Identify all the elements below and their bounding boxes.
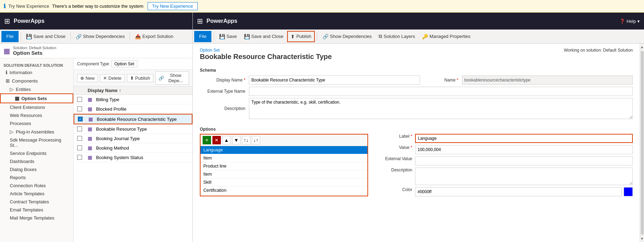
- option-item-item1[interactable]: Item: [201, 154, 367, 162]
- scroll-thumb[interactable]: [641, 51, 644, 235]
- display-name-header[interactable]: Display Name ↑: [88, 88, 189, 93]
- sort-desc-button[interactable]: ↓↑: [252, 136, 260, 144]
- right-solution-layers-button[interactable]: ⧉ Solution Layers: [375, 31, 418, 42]
- option-item-skill[interactable]: Skill: [201, 178, 367, 187]
- sort-icon[interactable]: ↑: [119, 88, 121, 93]
- sidebar-item-article-templates[interactable]: Article Templates: [0, 190, 73, 198]
- right-show-deps-button[interactable]: 🔗 Show Dependencies: [319, 31, 375, 42]
- solution-header: ▦ Solution: Default Solution Option Sets: [0, 44, 192, 58]
- right-form: Option Set Bookable Resource Characteris…: [193, 44, 640, 242]
- external-type-input[interactable]: [249, 87, 633, 96]
- form-breadcrumb[interactable]: Option Set: [200, 48, 332, 53]
- processes-label: Processes: [10, 121, 31, 126]
- email-templates-label: Email Templates: [10, 207, 43, 212]
- row-checkbox[interactable]: [77, 136, 82, 141]
- row-checkbox[interactable]: [77, 145, 82, 150]
- left-file-button[interactable]: File: [1, 31, 19, 42]
- list-item[interactable]: ▦ Billing Type: [74, 95, 192, 104]
- sidebar-item-client-extensions[interactable]: Client Extensions: [0, 103, 73, 111]
- row-checkbox[interactable]: [77, 106, 82, 111]
- display-name-input[interactable]: [249, 76, 420, 85]
- sidebar-item-contract-templates[interactable]: Contract Templates: [0, 198, 73, 206]
- left-list-area: Component Type Option Set ⊕ New ✕ Delete…: [74, 58, 192, 242]
- sidebar-option-sets-label: Option Sets: [21, 96, 47, 101]
- left-export-button[interactable]: 📤 Export Solution: [132, 31, 176, 42]
- right-managed-props-button[interactable]: 🔑 Managed Properties: [419, 31, 474, 42]
- move-down-button[interactable]: ▼: [232, 136, 240, 144]
- sidebar-item-sdk-message[interactable]: Sdk Message Processing St...: [0, 136, 73, 149]
- sidebar-item-plugin-assemblies[interactable]: ▷ Plug-in Assemblies: [0, 127, 73, 136]
- option-item-certification[interactable]: Certification: [201, 187, 367, 195]
- option-item-item2[interactable]: Item: [201, 170, 367, 178]
- option-value-input[interactable]: [415, 145, 633, 154]
- remove-option-button[interactable]: ✕: [212, 136, 221, 144]
- help-icon: ❓: [619, 19, 625, 24]
- sidebar-item-entities[interactable]: ▷ Entities: [0, 85, 73, 93]
- delete-icon: ✕: [103, 76, 107, 81]
- row-icon: ▦: [88, 116, 97, 122]
- right-waffle-icon[interactable]: ⊞: [197, 17, 203, 25]
- add-option-button[interactable]: +: [203, 136, 211, 144]
- list-item[interactable]: ▦ Booking Method: [74, 143, 192, 153]
- row-checkbox[interactable]: [77, 126, 82, 131]
- sidebar-item-information[interactable]: ℹ Information: [0, 68, 73, 77]
- list-item[interactable]: ▦ Booking System Status: [74, 153, 192, 162]
- move-up-button[interactable]: ▲: [222, 136, 231, 144]
- option-description-textarea[interactable]: [415, 168, 633, 185]
- sidebar-item-dialog-boxes[interactable]: Dialog Boxes: [0, 165, 73, 174]
- right-save-close-button[interactable]: 💾 Save and Close: [241, 31, 287, 42]
- list-delete-button[interactable]: ✕ Delete: [100, 74, 125, 82]
- sidebar-item-reports[interactable]: Reports: [0, 174, 73, 182]
- option-value-label: Value: [374, 145, 412, 150]
- right-publish-button[interactable]: ⬆ Publish: [287, 31, 315, 42]
- external-type-label: External Type Name: [200, 89, 245, 94]
- right-save-button[interactable]: 💾 Save: [216, 31, 240, 42]
- sidebar-item-processes[interactable]: Processes: [0, 119, 73, 127]
- sidebar-item-dashboards[interactable]: Dashboards: [0, 157, 73, 165]
- description-textarea[interactable]: Type of the characteristic, e.g. skill, …: [249, 98, 633, 119]
- publish-icon: ⬆: [130, 76, 134, 81]
- sidebar-item-mail-merge[interactable]: Mail Merge Templates: [0, 214, 73, 222]
- help-button[interactable]: ❓ Help ▾: [619, 19, 640, 24]
- right-file-button[interactable]: File: [194, 31, 211, 42]
- try-new-experience-button[interactable]: Try New Experience: [148, 2, 198, 10]
- color-input[interactable]: [415, 187, 622, 196]
- list-show-deps-button[interactable]: 🔗 Show Depe...: [155, 71, 189, 85]
- contract-templates-label: Contract Templates: [10, 199, 49, 204]
- show-deps-icon: 🔗: [76, 34, 82, 39]
- list-new-button[interactable]: ⊕ New: [77, 74, 98, 82]
- separator-2: [70, 32, 71, 41]
- sidebar-item-service-endpoints[interactable]: Service Endpoints: [0, 149, 73, 157]
- option-label-input[interactable]: [415, 134, 633, 143]
- list-publish-button[interactable]: ⬆ Publish: [127, 74, 154, 82]
- name-input[interactable]: [462, 76, 633, 85]
- managed-props-icon: 🔑: [422, 34, 428, 39]
- row-checkbox[interactable]: [77, 97, 82, 102]
- article-templates-label: Article Templates: [10, 191, 45, 196]
- checkbox-header: [77, 88, 88, 93]
- scroll-up-arrow[interactable]: ▲: [640, 44, 644, 50]
- list-item[interactable]: ▦ Blocked Profile: [74, 104, 192, 114]
- external-value-input[interactable]: [415, 156, 633, 165]
- right-sep-2: [317, 32, 317, 41]
- sidebar-item-option-sets[interactable]: ▦ Option Sets: [0, 93, 73, 103]
- list-item[interactable]: ▦ Bookable Resource Type: [74, 124, 192, 134]
- reports-label: Reports: [10, 175, 26, 180]
- sort-asc-button[interactable]: ↑↓: [242, 136, 250, 144]
- list-item-selected[interactable]: ✓ ▦ Bookable Resource Characteristic Typ…: [74, 114, 192, 124]
- left-save-close-button[interactable]: 💾 Save and Close: [23, 31, 68, 42]
- color-row: [415, 187, 633, 196]
- option-item-product-line[interactable]: Product line: [201, 162, 367, 170]
- row-checkbox-checked[interactable]: ✓: [78, 117, 83, 122]
- sidebar-item-components[interactable]: ⊞ Components: [0, 77, 73, 85]
- sidebar-item-email-templates[interactable]: Email Templates: [0, 206, 73, 214]
- sidebar-item-connection-roles[interactable]: Connection Roles: [0, 182, 73, 190]
- row-checkbox[interactable]: [77, 155, 82, 160]
- left-show-deps-button[interactable]: 🔗 Show Dependencies: [73, 31, 128, 42]
- sidebar-item-web-resources[interactable]: Web Resources: [0, 111, 73, 119]
- option-item-language[interactable]: Language: [201, 146, 367, 154]
- left-waffle-icon[interactable]: ⊞: [4, 17, 10, 25]
- list-item[interactable]: ▦ Booking Journal Type: [74, 134, 192, 143]
- scroll-down-arrow[interactable]: ▼: [640, 236, 644, 241]
- left-content: Solution Default Solution ℹ Information …: [0, 58, 192, 242]
